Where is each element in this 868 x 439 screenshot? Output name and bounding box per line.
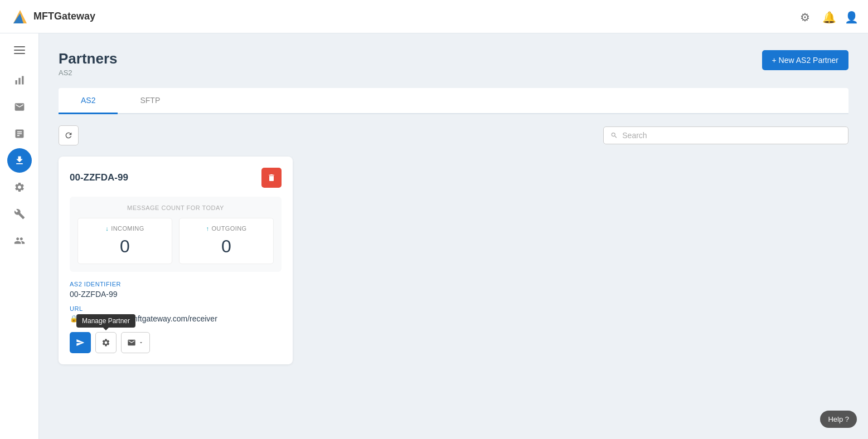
incoming-count-box: ↓ INCOMING 0 (77, 218, 172, 264)
tab-sftp[interactable]: SFTP (118, 88, 182, 114)
main-content: Partners AS2 + New AS2 Partner AS2 SFTP (39, 33, 868, 439)
sidebar-item-analytics[interactable] (7, 68, 32, 92)
logo-icon (11, 8, 29, 26)
top-nav-icons: ⚙ 🔔 👤 (800, 11, 857, 23)
message-count-row: ↓ INCOMING 0 ↑ OUTGOING 0 (77, 218, 274, 264)
refresh-button[interactable] (59, 125, 79, 145)
envelope-button[interactable] (121, 332, 150, 353)
search-box (603, 126, 848, 144)
lock-icon: 🔒 (70, 315, 78, 323)
url-label: URL (70, 305, 282, 312)
toolbar (59, 125, 848, 145)
svg-rect-0 (14, 46, 25, 47)
outgoing-count-box: ↑ OUTGOING 0 (179, 218, 274, 264)
tab-as2[interactable]: AS2 (59, 88, 118, 114)
sidebar-item-settings[interactable] (7, 175, 32, 199)
message-count-title: MESSAGE COUNT FOR TODAY (77, 204, 274, 211)
refresh-icon (64, 131, 73, 140)
as2-identifier-value: 00-ZZFDA-99 (70, 290, 282, 299)
partner-name: 00-ZZFDA-99 (70, 172, 128, 183)
delete-button[interactable] (261, 168, 282, 188)
bell-icon[interactable]: 🔔 (822, 11, 835, 23)
sidebar-item-reports[interactable] (7, 121, 32, 146)
page-title: Partners (59, 50, 118, 67)
page-title-block: Partners AS2 (59, 50, 118, 77)
sidebar-item-tools[interactable] (7, 202, 32, 226)
outgoing-label: ↑ OUTGOING (186, 225, 266, 232)
logo: MFTGateway (11, 8, 95, 26)
user-icon[interactable]: 👤 (845, 11, 857, 23)
incoming-label: ↓ INCOMING (85, 225, 165, 232)
sidebar (0, 33, 39, 439)
settings-icon[interactable]: ⚙ (800, 11, 812, 23)
svg-rect-3 (15, 80, 17, 85)
app-name: MFTGateway (33, 11, 95, 22)
send-button[interactable] (70, 332, 91, 353)
partner-card: 00-ZZFDA-99 MESSAGE COUNT FOR TODAY ↓ IN… (59, 157, 293, 364)
gear-icon (101, 338, 110, 347)
envelope-icon (127, 338, 136, 347)
svg-rect-1 (14, 50, 25, 51)
send-icon (76, 338, 85, 347)
chevron-down-icon (138, 340, 144, 345)
tabs-container: AS2 SFTP (59, 88, 848, 114)
incoming-arrow-icon: ↓ (105, 225, 109, 232)
help-button[interactable]: Help ? (820, 411, 857, 428)
search-icon (610, 131, 618, 139)
sidebar-item-messages[interactable] (7, 95, 32, 119)
page-header: Partners AS2 + New AS2 Partner (59, 50, 848, 77)
trash-icon (267, 173, 276, 182)
svg-rect-2 (14, 53, 25, 54)
partner-card-header: 00-ZZFDA-99 (70, 168, 282, 188)
new-partner-button[interactable]: + New AS2 Partner (762, 50, 848, 70)
search-input[interactable] (622, 131, 841, 140)
page-subtitle: AS2 (59, 69, 118, 77)
sidebar-item-users[interactable] (7, 228, 32, 253)
top-nav: MFTGateway ⚙ 🔔 👤 (0, 0, 868, 33)
outgoing-value: 0 (186, 236, 266, 257)
url-row: 🔒 https://service.mftgateway.com/receive… (70, 314, 282, 323)
sidebar-item-download[interactable] (7, 148, 32, 173)
menu-toggle[interactable] (8, 39, 31, 61)
manage-partner-tooltip-wrapper: Manage Partner (95, 332, 117, 353)
svg-rect-4 (18, 78, 20, 85)
url-value: https://service.mftgateway.com/receiver (81, 314, 217, 323)
as2-identifier-label: AS2 IDENTIFIER (70, 281, 282, 287)
manage-partner-button[interactable] (95, 332, 117, 353)
layout: Partners AS2 + New AS2 Partner AS2 SFTP (0, 33, 868, 439)
message-count-section: MESSAGE COUNT FOR TODAY ↓ INCOMING 0 ↑ O… (70, 197, 282, 272)
svg-rect-5 (22, 76, 23, 85)
outgoing-arrow-icon: ↑ (206, 225, 210, 232)
card-actions: Manage Partner (70, 332, 282, 353)
incoming-value: 0 (85, 236, 165, 257)
